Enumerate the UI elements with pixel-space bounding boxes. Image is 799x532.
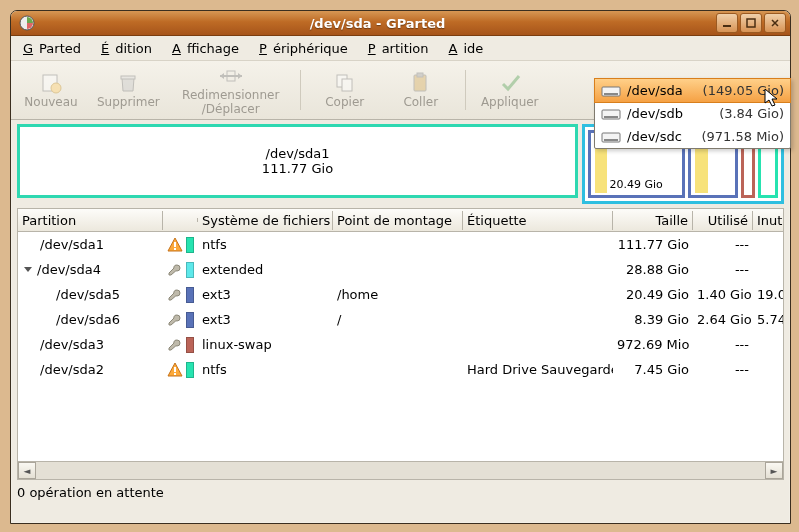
- copy-icon: [334, 71, 356, 95]
- col-mount[interactable]: Point de montage: [333, 211, 463, 230]
- unused-cell: ---: [753, 335, 784, 354]
- used-cell: ---: [693, 360, 753, 379]
- apply-button[interactable]: Appliquer: [474, 69, 546, 111]
- warning-icon: [167, 237, 183, 253]
- table-row[interactable]: /dev/sda5 ext3 /home 20.49 Gio 1.40 Gio …: [18, 282, 783, 307]
- fs-cell: linux-swap: [198, 335, 333, 354]
- svg-rect-12: [604, 93, 618, 95]
- col-label[interactable]: Étiquette: [463, 211, 613, 230]
- menu-gparted[interactable]: GParted: [17, 39, 93, 58]
- partition-name: /dev/sda5: [56, 287, 120, 302]
- mount-cell: /home: [333, 285, 463, 304]
- size-cell: 111.77 Gio: [613, 235, 693, 254]
- col-unused[interactable]: Inutilisé: [753, 211, 784, 230]
- mount-cell: [333, 368, 463, 372]
- horizontal-scrollbar[interactable]: ◄ ►: [17, 462, 784, 480]
- disk-icon: [601, 130, 621, 144]
- partition-name: /dev/sda4: [37, 262, 101, 277]
- unused-cell: 5.74 Gio: [753, 310, 784, 329]
- device-menu: /dev/sda (149.05 Gio) /dev/sdb (3.84 Gio…: [594, 78, 791, 149]
- menu-peripherique[interactable]: Périphérique: [253, 39, 360, 58]
- disk-icon: [601, 84, 621, 98]
- fs-color-swatch: [186, 337, 194, 353]
- col-used[interactable]: Utilisé: [693, 211, 753, 230]
- partition-name: /dev/sda2: [40, 362, 104, 377]
- col-partition[interactable]: Partition: [18, 211, 163, 230]
- svg-rect-14: [604, 116, 618, 118]
- partition-block-sda1[interactable]: /dev/sda1 111.77 Gio: [17, 124, 578, 198]
- device-size: (149.05 Gio): [703, 83, 784, 98]
- menu-affichage[interactable]: Affichage: [166, 39, 251, 58]
- device-menu-item[interactable]: /dev/sdc (971.58 Mio): [595, 125, 790, 148]
- unused-cell: ---: [753, 360, 784, 379]
- lock-icon: [167, 287, 183, 303]
- fs-cell: ext3: [198, 310, 333, 329]
- resize-icon: [218, 64, 244, 88]
- copy-button[interactable]: Copier: [309, 69, 381, 111]
- label-cell: [463, 343, 613, 347]
- delete-button[interactable]: Supprimer: [91, 69, 166, 111]
- close-button[interactable]: [764, 13, 786, 33]
- svg-rect-10: [417, 73, 423, 77]
- new-button[interactable]: Nouveau: [15, 69, 87, 111]
- fs-cell: ntfs: [198, 235, 333, 254]
- table-row[interactable]: /dev/sda4 extended 28.88 Gio --- ---: [18, 257, 783, 282]
- table-row[interactable]: /dev/sda6 ext3 / 8.39 Gio 2.64 Gio 5.74 …: [18, 307, 783, 332]
- trash-icon: [117, 71, 139, 95]
- label-cell: Hard Drive Sauvegardes: [463, 360, 613, 379]
- fs-color-swatch: [186, 312, 194, 328]
- device-menu-item[interactable]: /dev/sdb (3.84 Gio): [595, 102, 790, 125]
- svg-point-4: [51, 83, 61, 93]
- expander-icon[interactable]: [24, 267, 32, 272]
- titlebar[interactable]: /dev/sda - GParted: [11, 11, 790, 36]
- unused-cell: ---: [753, 235, 784, 254]
- device-menu-item[interactable]: /dev/sda (149.05 Gio): [595, 79, 790, 102]
- size-cell: 972.69 Mio: [613, 335, 693, 354]
- label-cell: [463, 293, 613, 297]
- device-size: (971.58 Mio): [701, 129, 784, 144]
- main-window: /dev/sda - GParted GParted Édition Affic…: [10, 10, 791, 524]
- table-row[interactable]: /dev/sda1 ntfs 111.77 Gio --- ---: [18, 232, 783, 257]
- warning-icon: [167, 362, 183, 378]
- menubar: GParted Édition Affichage Périphérique P…: [11, 36, 790, 61]
- table-row[interactable]: /dev/sda2 ntfs Hard Drive Sauvegardes 7.…: [18, 357, 783, 382]
- svg-rect-2: [747, 19, 755, 27]
- partition-block-label: /dev/sda1: [266, 146, 330, 161]
- partition-name: /dev/sda3: [40, 337, 104, 352]
- used-cell: ---: [693, 260, 753, 279]
- svg-rect-19: [174, 367, 176, 372]
- svg-rect-16: [604, 139, 618, 141]
- resize-button[interactable]: Redimensionner /Déplacer: [170, 62, 292, 118]
- maximize-button[interactable]: [740, 13, 762, 33]
- svg-rect-1: [723, 25, 731, 27]
- col-size[interactable]: Taille: [613, 211, 693, 230]
- unused-cell: 19.09 Gio: [753, 285, 784, 304]
- size-cell: 7.45 Gio: [613, 360, 693, 379]
- status-bar: 0 opération en attente: [11, 480, 790, 504]
- table-row[interactable]: /dev/sda3 linux-swap 972.69 Mio --- ---: [18, 332, 783, 357]
- menu-edition[interactable]: Édition: [95, 39, 164, 58]
- partition-block-label: 20.49 Gio: [607, 176, 664, 193]
- table-header: Partition Système de fichiers Point de m…: [18, 209, 783, 232]
- menu-partition[interactable]: Partition: [362, 39, 441, 58]
- scroll-left-icon[interactable]: ◄: [18, 462, 36, 479]
- app-icon: [19, 15, 35, 31]
- disk-icon: [601, 107, 621, 121]
- paste-button[interactable]: Coller: [385, 69, 457, 111]
- paste-icon: [410, 71, 432, 95]
- apply-icon: [499, 71, 521, 95]
- fs-color-swatch: [186, 237, 194, 253]
- svg-rect-5: [121, 76, 135, 79]
- minimize-button[interactable]: [716, 13, 738, 33]
- used-cell: 1.40 Gio: [693, 285, 753, 304]
- fs-color-swatch: [186, 362, 194, 378]
- device-size: (3.84 Gio): [719, 106, 784, 121]
- col-fs[interactable]: Système de fichiers: [198, 211, 333, 230]
- menu-aide[interactable]: Aide: [443, 39, 496, 58]
- device-name: /dev/sdc: [627, 129, 695, 144]
- scroll-right-icon[interactable]: ►: [765, 462, 783, 479]
- svg-rect-17: [174, 242, 176, 247]
- used-cell: ---: [693, 335, 753, 354]
- lock-icon: [167, 262, 183, 278]
- separator: [465, 70, 466, 110]
